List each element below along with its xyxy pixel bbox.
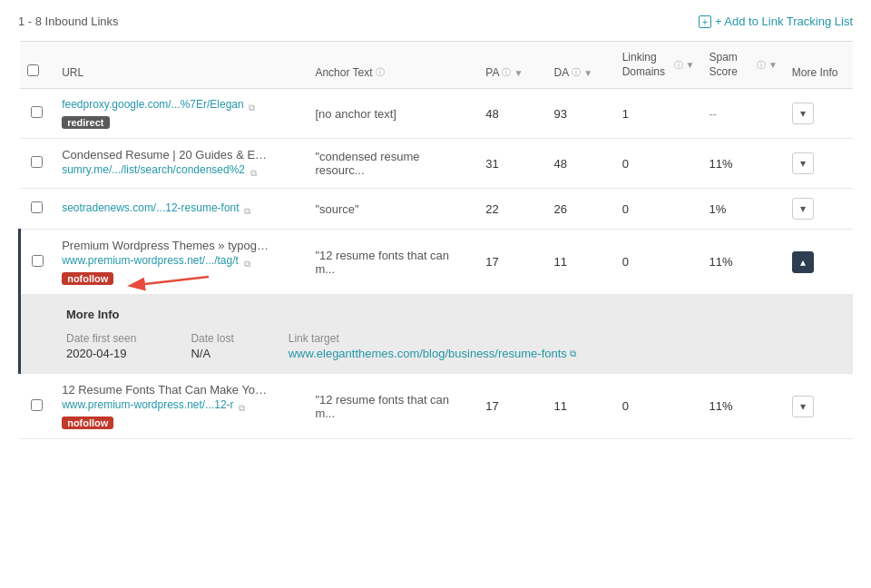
row4-anchor: "12 resume fonts that can m...	[308, 230, 478, 295]
linking-info-icon[interactable]: ⓘ	[674, 59, 683, 72]
row1-more-cell: ▾	[785, 89, 853, 139]
col-da: DA ⓘ ▼	[546, 42, 614, 89]
row5-more-cell: ▾	[785, 374, 853, 439]
add-to-tracking-button[interactable]: + + Add to Link Tracking List	[699, 15, 853, 28]
da-sort-icon[interactable]: ▼	[583, 68, 592, 78]
link-target-label: Link target	[289, 332, 576, 345]
col-check	[20, 42, 55, 89]
row1-badge: redirect	[62, 116, 109, 129]
more-info-header: More Info	[66, 308, 838, 321]
row3-da: 26	[546, 189, 614, 230]
row4-spam: 11%	[702, 230, 785, 295]
row3-pa: 22	[478, 189, 546, 230]
link-target-url[interactable]: www.elegantthemes.com/blog/business/resu…	[289, 347, 576, 360]
table-row: Premium Wordpress Themes » typogra... ww…	[20, 230, 854, 295]
date-lost-item: Date lost N/A	[191, 332, 233, 360]
select-all-checkbox[interactable]	[27, 64, 39, 76]
row5-url-cell: 12 Resume Fonts That Can Make Your ... w…	[54, 374, 308, 439]
table-row: feedproxy.google.com/...%7Er/Elegan ⧉ re…	[20, 89, 854, 139]
row2-check[interactable]	[20, 139, 55, 189]
row3-anchor: "source"	[308, 189, 478, 230]
col-spam: Spam Score ⓘ ▼	[702, 42, 785, 89]
row3-linking: 0	[615, 189, 702, 230]
row3-spam: 1%	[702, 189, 785, 230]
row2-checkbox[interactable]	[31, 156, 43, 168]
table-row: seotradenews.com/...12-resume-font ⧉ "so…	[20, 189, 854, 230]
pa-info-icon[interactable]: ⓘ	[502, 66, 511, 79]
row4-url-link[interactable]: www.premium-wordpress.net/.../tag/t	[62, 254, 239, 267]
row4-pa: 17	[478, 230, 546, 295]
row2-da: 48	[546, 139, 614, 189]
col-pa: PA ⓘ ▼	[478, 42, 546, 89]
row2-url-title: Condensed Resume | 20 Guides & Exa...	[62, 148, 270, 162]
row3-more-cell: ▾	[785, 189, 853, 230]
row1-spam: --	[702, 89, 785, 139]
top-bar: 1 - 8 Inbound Links + + Add to Link Trac…	[18, 15, 853, 28]
row5-checkbox[interactable]	[31, 399, 43, 411]
col-url: URL	[54, 42, 308, 89]
row2-more-info-button[interactable]: ▾	[792, 152, 814, 174]
row4-badge: nofollow	[62, 272, 113, 285]
row3-more-info-button[interactable]: ▾	[792, 198, 814, 220]
table-row: 12 Resume Fonts That Can Make Your ... w…	[20, 374, 854, 439]
row2-anchor: "condensed resume resourc...	[308, 139, 478, 189]
row4-ext-icon: ⧉	[244, 259, 250, 269]
date-lost-value: N/A	[191, 347, 233, 360]
col-more: More Info	[785, 42, 853, 89]
row4-url-cell: Premium Wordpress Themes » typogra... ww…	[54, 230, 308, 295]
row4-more-cell: ▴	[785, 230, 853, 295]
row5-check[interactable]	[20, 374, 55, 439]
more-info-grid: Date first seen 2020-04-19 Date lost N/A…	[66, 332, 838, 360]
row5-linking: 0	[615, 374, 702, 439]
date-lost-label: Date lost	[191, 332, 233, 345]
spam-sort-icon[interactable]: ▼	[768, 60, 778, 70]
date-first-value: 2020-04-19	[66, 347, 136, 360]
row5-url-link[interactable]: www.premium-wordpress.net/...12-r	[62, 398, 233, 411]
row1-url-cell: feedproxy.google.com/...%7Er/Elegan ⧉ re…	[54, 89, 308, 139]
da-info-icon[interactable]: ⓘ	[572, 66, 581, 79]
row4-checkbox[interactable]	[32, 255, 44, 267]
row1-url-link[interactable]: feedproxy.google.com/...%7Er/Elegan	[62, 98, 244, 111]
row5-ext-icon: ⧉	[239, 403, 245, 413]
date-first-label: Date first seen	[66, 332, 136, 345]
row2-pa: 31	[478, 139, 546, 189]
row2-ext-icon: ⧉	[250, 168, 257, 178]
row1-anchor: [no anchor text]	[308, 89, 478, 139]
table-row: Condensed Resume | 20 Guides & Exa... su…	[20, 139, 854, 189]
row2-url-link[interactable]: sumry.me/.../list/search/condensed%2	[62, 163, 245, 176]
row1-check[interactable]	[20, 89, 55, 139]
anchor-info-icon[interactable]: ⓘ	[376, 66, 385, 79]
row1-pa: 48	[478, 89, 546, 139]
link-target-ext-icon: ⧉	[570, 348, 576, 359]
row2-more-cell: ▾	[785, 139, 853, 189]
row1-more-info-button[interactable]: ▾	[792, 103, 814, 124]
row3-checkbox[interactable]	[31, 201, 43, 213]
page-container: 1 - 8 Inbound Links + + Add to Link Trac…	[0, 0, 871, 454]
inbound-links-table: URL Anchor Text ⓘ PA ⓘ ▼	[18, 41, 853, 439]
inbound-links-count: 1 - 8 Inbound Links	[18, 15, 119, 28]
row4-more-info-button[interactable]: ▴	[792, 251, 814, 273]
row5-more-info-button[interactable]: ▾	[792, 396, 814, 417]
row4-check[interactable]	[20, 230, 55, 295]
row1-checkbox[interactable]	[31, 106, 43, 118]
more-info-content: More Info Date first seen 2020-04-19 Dat…	[20, 295, 854, 374]
col-anchor: Anchor Text ⓘ	[308, 42, 478, 89]
row5-badge: nofollow	[62, 416, 113, 429]
col-linking: Linking Domains ⓘ ▼	[615, 42, 702, 89]
linking-sort-icon[interactable]: ▼	[686, 60, 695, 70]
svg-line-1	[145, 277, 209, 284]
link-target-item: Link target www.elegantthemes.com/blog/b…	[289, 332, 576, 360]
row1-ext-icon: ⧉	[249, 103, 255, 113]
row5-pa: 17	[478, 374, 546, 439]
pa-sort-icon[interactable]: ▼	[514, 68, 523, 78]
row3-url-cell: seotradenews.com/...12-resume-font ⧉	[54, 189, 308, 230]
spam-info-icon[interactable]: ⓘ	[757, 59, 766, 72]
row5-url-title: 12 Resume Fonts That Can Make Your ...	[62, 383, 270, 397]
row3-url-link[interactable]: seotradenews.com/...12-resume-font	[62, 201, 239, 214]
row3-ext-icon: ⧉	[244, 206, 250, 216]
row3-check[interactable]	[20, 189, 55, 230]
row4-da: 11	[546, 230, 614, 295]
row1-da: 93	[546, 89, 614, 139]
row4-linking: 0	[615, 230, 702, 295]
row2-spam: 11%	[702, 139, 785, 189]
